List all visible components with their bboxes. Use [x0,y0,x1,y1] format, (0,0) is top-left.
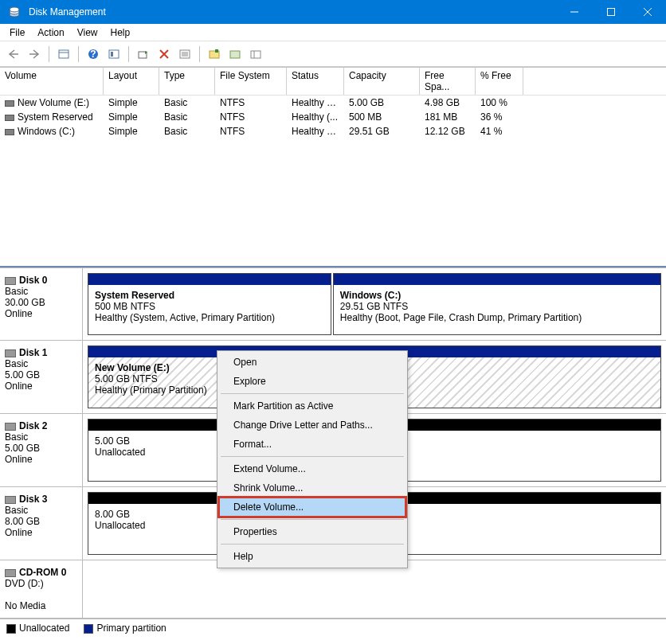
menu-format[interactable]: Format... [219,435,405,454]
volume-row[interactable]: System ReservedSimpleBasicNTFSHealthy (.… [0,110,666,124]
toolbar: ? [0,41,666,67]
svg-rect-19 [215,49,218,53]
svg-rect-20 [230,51,240,58]
disk-info[interactable]: Disk 3Basic8.00 GBOnline [0,487,83,560]
col-type[interactable]: Type [159,68,215,95]
svg-rect-12 [111,52,113,57]
menu-bar: File Action View Help [0,24,666,41]
disk-info[interactable]: Disk 2Basic5.00 GBOnline [0,414,83,486]
menu-extend-volume[interactable]: Extend Volume... [219,459,405,478]
volume-row[interactable]: Windows (C:)SimpleBasicNTFSHealthy (B...… [0,124,666,139]
settings-icon[interactable] [105,45,123,63]
menu-help[interactable]: Help [219,547,405,566]
disk-info[interactable]: Disk 0Basic30.00 GBOnline [0,268,83,340]
disk-row: Disk 0Basic30.00 GBOnlineSystem Reserved… [0,267,666,341]
disk-info[interactable]: Disk 1Basic5.00 GBOnline [0,341,83,413]
menu-delete-volume[interactable]: Delete Volume... [219,498,405,517]
menu-mark-active[interactable]: Mark Partition as Active [219,396,405,416]
menu-change-letter[interactable]: Change Drive Letter and Paths... [219,416,405,435]
svg-text:?: ? [90,49,96,60]
svg-point-2 [10,7,19,12]
col-pct[interactable]: % Free [476,68,523,95]
context-menu: Open Explore Mark Partition as Active Ch… [217,350,408,568]
action-icon-3[interactable] [247,45,264,63]
svg-rect-21 [251,51,261,58]
view-icon[interactable] [55,45,72,63]
menu-help[interactable]: Help [104,25,137,40]
action-icon-2[interactable] [226,45,244,63]
delete-icon[interactable] [155,45,173,63]
menu-explore[interactable]: Explore [219,372,405,391]
properties-icon[interactable] [176,45,194,63]
menu-shrink-volume[interactable]: Shrink Volume... [219,478,405,498]
svg-rect-11 [109,50,119,58]
volume-row[interactable]: New Volume (E:)SimpleBasicNTFSHealthy (P… [0,96,666,110]
col-free[interactable]: Free Spa... [420,68,476,95]
close-button[interactable] [629,0,666,24]
menu-file[interactable]: File [3,25,31,40]
forward-icon[interactable] [25,45,43,63]
minimize-button[interactable] [556,0,593,24]
menu-view[interactable]: View [71,25,104,40]
back-icon[interactable] [5,45,22,63]
maximize-button[interactable] [593,0,629,24]
title-bar: Disk Management [0,0,666,24]
window-title: Disk Management [29,6,556,18]
volume-header: Volume Layout Type File System Status Ca… [0,68,666,96]
action-icon-1[interactable] [206,45,223,63]
volume-table: Volume Layout Type File System Status Ca… [0,67,666,266]
legend-primary: Primary partition [96,623,166,634]
legend-unallocated: Unallocated [19,623,69,634]
svg-rect-4 [608,9,615,16]
partition[interactable]: Windows (C:)29.51 GB NTFSHealthy (Boot, … [333,273,661,335]
col-status[interactable]: Status [287,68,344,95]
menu-open[interactable]: Open [219,353,405,372]
refresh-icon[interactable] [135,45,152,63]
partition[interactable]: System Reserved500 MB NTFSHealthy (Syste… [88,273,331,335]
disk-row: CD-ROM 0DVD (D:)No Media [0,560,666,619]
col-volume[interactable]: Volume [0,68,104,95]
app-icon [6,4,22,20]
menu-action[interactable]: Action [31,25,70,40]
col-layout[interactable]: Layout [104,68,159,95]
help-icon[interactable]: ? [84,45,102,63]
col-capacity[interactable]: Capacity [344,68,420,95]
menu-properties[interactable]: Properties [219,522,405,541]
svg-rect-7 [59,50,69,58]
col-fs[interactable]: File System [215,68,287,95]
legend: Unallocated Primary partition [0,619,666,637]
disk-info[interactable]: CD-ROM 0DVD (D:)No Media [0,560,83,618]
